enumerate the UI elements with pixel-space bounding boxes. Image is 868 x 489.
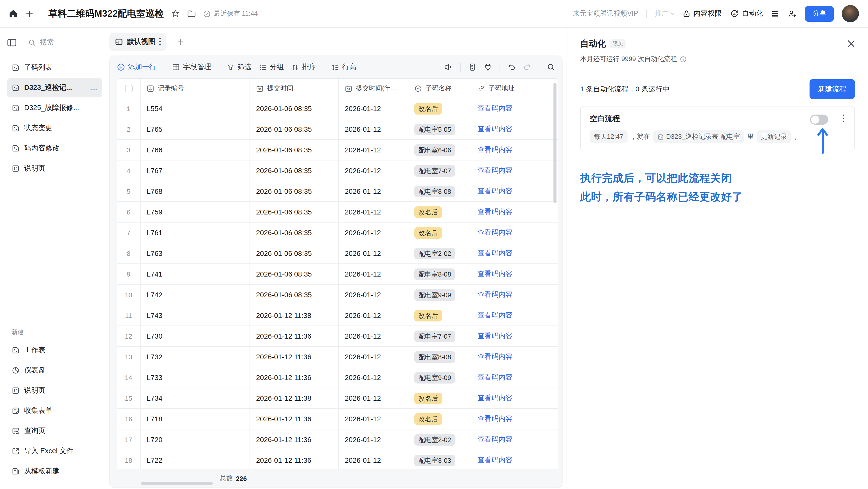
view-code-link[interactable]: 查看码内容 (477, 207, 513, 217)
row-number[interactable]: 2 (117, 119, 141, 139)
sidebar-item-D323_巡检记...[interactable]: D323_巡检记...… (7, 78, 102, 97)
cell-subcode-url[interactable]: 查看码内容 (471, 450, 558, 469)
cell-submit-date[interactable]: 2026-01-12 (339, 367, 408, 387)
view-code-link[interactable]: 查看码内容 (477, 311, 513, 320)
cell-submit-date[interactable]: 2026-01-12 (339, 140, 408, 160)
add-view-icon[interactable] (177, 37, 185, 46)
sidebar-item-状态变更[interactable]: 状态变更 (7, 119, 102, 138)
cell-submit-date[interactable]: 2026-01-12 (339, 181, 408, 201)
cell-subcode-name[interactable]: 配电室8-08 (408, 181, 471, 201)
table-row[interactable]: 9L7412026-01-06 08:352026-01-12配电室8-08查看… (117, 264, 558, 285)
cell-submit-date[interactable]: 2026-01-12 (339, 202, 408, 222)
cell-submit-time[interactable]: 2026-01-12 11:36 (250, 367, 339, 387)
undo-icon[interactable] (507, 63, 516, 71)
table-row[interactable]: 16L7182026-01-12 11:362026-01-12改名后查看码内容 (117, 409, 558, 429)
cell-record-no[interactable]: L768 (141, 181, 250, 201)
cell-submit-date[interactable]: 2026-01-12 (339, 409, 408, 429)
create-item-仪表盘[interactable]: 仪表盘 (7, 361, 102, 380)
cell-subcode-name[interactable]: 配电室6-06 (408, 140, 471, 160)
new-flow-button[interactable]: 新建流程 (809, 79, 855, 99)
cell-record-no[interactable]: L743 (141, 305, 250, 325)
cell-subcode-name[interactable]: 改名后 (408, 305, 471, 325)
cell-subcode-name[interactable]: 改名后 (408, 388, 471, 408)
row-number[interactable]: 17 (117, 429, 141, 450)
cell-subcode-url[interactable]: 查看码内容 (471, 388, 558, 408)
cell-record-no[interactable]: L733 (141, 367, 250, 387)
share-button[interactable]: 分享 (805, 6, 834, 22)
vertical-scrollbar[interactable] (554, 83, 557, 203)
cell-record-no[interactable]: L741 (141, 264, 250, 284)
cell-record-no[interactable]: L720 (141, 429, 250, 450)
row-number[interactable]: 11 (117, 305, 141, 325)
table-row[interactable]: 4L7672026-01-06 08:352026-01-12配电室7-07查看… (117, 161, 558, 181)
cell-subcode-url[interactable]: 查看码内容 (471, 202, 558, 222)
create-item-导入 Excel 文件[interactable]: 导入 Excel 文件 (7, 441, 102, 461)
horizontal-scrollbar[interactable] (141, 482, 213, 485)
new-document-icon[interactable] (25, 9, 34, 18)
view-code-link[interactable]: 查看码内容 (477, 435, 513, 444)
cell-submit-date[interactable]: 2026-01-12 (339, 264, 408, 284)
cell-subcode-name[interactable]: 配电室9-09 (408, 367, 471, 387)
cell-record-no[interactable]: L759 (141, 202, 250, 222)
cell-submit-time[interactable]: 2026-01-06 08:35 (250, 161, 339, 181)
table-row[interactable]: 10L7422026-01-06 08:352026-01-12配电室9-09查… (117, 285, 558, 305)
view-code-link[interactable]: 查看码内容 (477, 228, 513, 237)
menu-icon[interactable] (771, 10, 779, 17)
table-row[interactable]: 11L7432026-01-12 11:382026-01-12改名后查看码内容 (117, 305, 558, 326)
create-item-收集表单[interactable]: 收集表单 (7, 401, 102, 420)
cell-submit-date[interactable]: 2026-01-12 (339, 347, 408, 367)
home-icon[interactable] (8, 8, 18, 19)
cell-submit-date[interactable]: 2026-01-12 (339, 119, 408, 139)
view-code-link[interactable]: 查看码内容 (477, 187, 513, 196)
announce-icon[interactable] (443, 63, 453, 71)
select-all-checkbox[interactable] (125, 85, 132, 92)
flow-card[interactable]: 空白流程 每天12:47 ，就在 D323_巡检记录表-配电室 里 (580, 106, 855, 151)
cell-subcode-url[interactable]: 查看码内容 (471, 429, 558, 450)
view-code-link[interactable]: 查看码内容 (477, 290, 513, 299)
view-menu-icon[interactable] (159, 38, 161, 46)
sidebar-item-子码列表[interactable]: 子码列表 (7, 58, 102, 77)
sidebar-item-D325_故障报修...[interactable]: D325_故障报修... (7, 98, 102, 118)
create-item-查询页[interactable]: 查询页 (7, 421, 102, 440)
cell-subcode-name[interactable]: 配电室3-03 (408, 450, 471, 469)
field-manage-button[interactable]: 字段管理 (172, 63, 211, 71)
row-number[interactable]: 13 (117, 347, 141, 367)
row-number[interactable]: 18 (117, 450, 141, 469)
cell-record-no[interactable]: L554 (141, 98, 250, 119)
table-row[interactable]: 1L5542026-01-06 08:352026-01-12改名后查看码内容 (117, 98, 558, 119)
cell-subcode-name[interactable]: 配电室2-02 (408, 243, 471, 263)
more-icon[interactable]: … (91, 84, 98, 92)
table-row[interactable]: 6L7592026-01-06 08:352026-01-12改名后查看码内容 (117, 202, 558, 223)
plugin-icon[interactable] (484, 63, 492, 71)
view-code-link[interactable]: 查看码内容 (477, 104, 513, 113)
cell-record-no[interactable]: L766 (141, 140, 250, 160)
cell-record-no[interactable]: L742 (141, 285, 250, 305)
cell-subcode-name[interactable]: 改名后 (408, 223, 471, 243)
cell-subcode-url[interactable]: 查看码内容 (471, 409, 558, 429)
create-item-从模板新建[interactable]: 从模板新建 (7, 462, 102, 481)
view-code-link[interactable]: 查看码内容 (477, 125, 513, 134)
column-header-subcode-url[interactable]: 子码地址 (471, 79, 558, 98)
cell-subcode-name[interactable]: 改名后 (408, 98, 471, 119)
cell-subcode-url[interactable]: 查看码内容 (471, 98, 558, 119)
row-height-button[interactable]: 行高 (332, 63, 356, 71)
cell-record-no[interactable]: L732 (141, 347, 250, 367)
column-header-submit-time[interactable]: 31 提交时间 (250, 79, 339, 98)
flow-menu-icon[interactable] (843, 115, 844, 122)
view-code-link[interactable]: 查看码内容 (477, 456, 513, 465)
table-row[interactable]: 13L7322026-01-12 11:362026-01-12配电室8-08查… (117, 347, 558, 367)
table-row[interactable]: 14L7332026-01-12 11:362026-01-12配电室9-09查… (117, 367, 558, 388)
row-number[interactable]: 10 (117, 285, 141, 305)
cell-subcode-url[interactable]: 查看码内容 (471, 285, 558, 305)
cell-submit-date[interactable]: 2026-01-12 (339, 429, 408, 450)
cell-submit-date[interactable]: 2026-01-12 (339, 305, 408, 325)
search-input[interactable]: 搜索 (22, 37, 102, 48)
table-search-icon[interactable] (547, 63, 555, 71)
add-row-button[interactable]: 添加一行 (117, 63, 156, 71)
column-header-subcode-name[interactable]: 子码名称 (408, 79, 471, 98)
cell-submit-date[interactable]: 2026-01-12 (339, 450, 408, 469)
sidebar-item-说明页[interactable]: 说明页 (7, 159, 102, 178)
view-code-link[interactable]: 查看码内容 (477, 249, 513, 258)
cell-submit-date[interactable]: 2026-01-12 (339, 98, 408, 119)
row-number[interactable]: 3 (117, 140, 141, 160)
